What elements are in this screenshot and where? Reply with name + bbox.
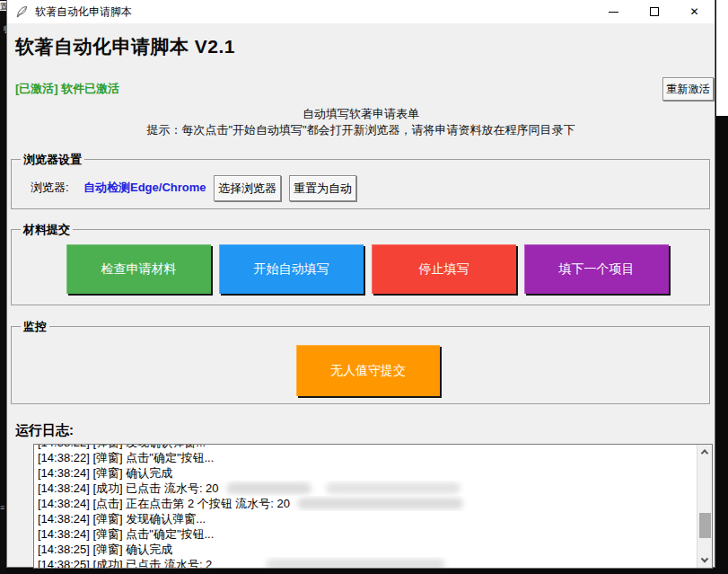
window-title: 软著自动化申请脚本 [35,4,132,20]
log-line: [14:38:24] [弹窗] 确认完成 [34,465,697,481]
log-text: [14:38:22] [弹窗] 发现确认弹窗... [38,444,206,449]
redacted-serial [226,482,311,494]
redacted-serial [266,559,445,569]
log-text: [14:38:24] [弹窗] 确认完成 [38,466,172,480]
log-line: [14:38:24] [点击] 正在点击第 2 个按钮 流水号: 20 [34,496,697,511]
log-line: [14:38:22] [弹窗] 发现确认弹窗... [34,444,697,450]
app-feather-icon [15,5,29,19]
window-content: 软著自动化申请脚本 V2.1 [已激活] 软件已激活 重新激活 自动填写软著申请… [7,23,715,567]
scroll-down-button[interactable] [697,554,712,568]
check-materials-button[interactable]: 检查申请材料 [66,244,211,294]
log-line: [14:38:25] [成功] 已点击 流水号: 2 [34,557,697,569]
form-subtitle: 自动填写软著申请表单 [7,106,715,122]
log-text: [14:38:25] [成功] 已点击 流水号: 2 [38,558,212,569]
usage-hint: 提示：每次点击"开始自动填写"都会打开新浏览器，请将申请资料放在程序同目录下 [7,122,715,138]
log-text: [14:38:24] [点击] 正在点击第 2 个按钮 流水号: 20 [38,497,290,510]
redacted-serial [326,482,460,494]
monitor-group: 监控 无人值守提交 [11,326,710,404]
start-autofill-button[interactable]: 开始自动填写 [219,244,364,294]
monitor-group-label: 监控 [21,319,49,335]
log-text: [14:38:22] [弹窗] 点击"确定"按钮... [38,451,214,464]
log-text: [14:38:24] [弹窗] 发现确认弹窗... [38,512,206,525]
browser-settings-group-label: 浏览器设置 [21,152,84,168]
background-left-strip: 置 刂 ≡ [0,0,6,574]
background-right-strip [716,0,728,116]
minimize-icon [609,12,618,13]
chevron-down-icon [701,554,708,561]
log-line: [14:38:22] [弹窗] 点击"确定"按钮... [34,450,697,465]
minimize-button[interactable] [593,0,634,23]
log-line: [14:38:25] [弹窗] 确认完成 [34,542,697,557]
background-fragment: 置 [0,1,6,11]
fill-next-project-button[interactable]: 填下一个项目 [524,244,669,294]
reset-browser-button[interactable]: 重置为自动 [289,175,356,201]
log-scrollbar[interactable] [697,445,712,568]
unattended-submit-button[interactable]: 无人值守提交 [296,345,440,396]
choose-browser-button[interactable]: 选择浏览器 [214,175,281,201]
run-log-label: 运行日志: [15,422,74,439]
log-line: [14:38:24] [弹窗] 点击"确定"按钮... [34,526,697,542]
reactivate-button[interactable]: 重新激活 [662,77,714,101]
browser-label: 浏览器: [31,180,69,196]
close-icon: ✕ [689,6,698,17]
close-button[interactable]: ✕ [674,0,715,23]
material-submit-group: 材料提交 检查申请材料 开始自动填写 停止填写 填下一个项目 [11,229,710,305]
redacted-serial [297,498,463,509]
log-text: [14:38:25] [弹窗] 确认完成 [38,543,172,556]
maximize-icon [650,7,659,16]
activation-status: [已激活] 软件已激活 [15,81,119,97]
page-title: 软著自动化申请脚本 V2.1 [15,34,235,59]
material-submit-group-label: 材料提交 [21,222,73,238]
scrollbar-track[interactable] [697,458,713,554]
log-text: [14:38:24] [成功] 已点击 流水号: 20 [38,481,219,495]
run-log-content: [14:38:22] [弹窗] 发现确认弹窗... [14:38:22] [弹窗… [34,444,697,569]
scrollbar-thumb[interactable] [699,513,711,538]
screen: 置 刂 ≡ 软著自动化申请脚本 ✕ 软著自动化申请脚本 V2.1 [已激活] 软… [0,0,728,574]
titlebar: 软著自动化申请脚本 ✕ [7,0,715,23]
app-window: 软著自动化申请脚本 ✕ 软著自动化申请脚本 V2.1 [已激活] 软件已激活 重… [6,0,715,568]
chevron-up-icon [701,449,708,456]
background-fragment: ≡ [0,503,6,512]
browser-detected-value: 自动检测Edge/Chrome [83,180,206,196]
run-log-box: [14:38:22] [弹窗] 发现确认弹窗... [14:38:22] [弹窗… [33,444,713,569]
maximize-button[interactable] [634,0,674,23]
background-fragment: 刂 [0,24,6,36]
scroll-up-button[interactable] [697,445,712,458]
stop-fill-button[interactable]: 停止填写 [372,244,516,294]
browser-settings-group: 浏览器设置 浏览器: 自动检测Edge/Chrome 选择浏览器 重置为自动 [11,159,710,209]
log-line: [14:38:24] [成功] 已点击 流水号: 20 [34,481,697,496]
log-text: [14:38:24] [弹窗] 点击"确定"按钮... [38,527,214,541]
log-line: [14:38:24] [弹窗] 发现确认弹窗... [34,511,697,526]
